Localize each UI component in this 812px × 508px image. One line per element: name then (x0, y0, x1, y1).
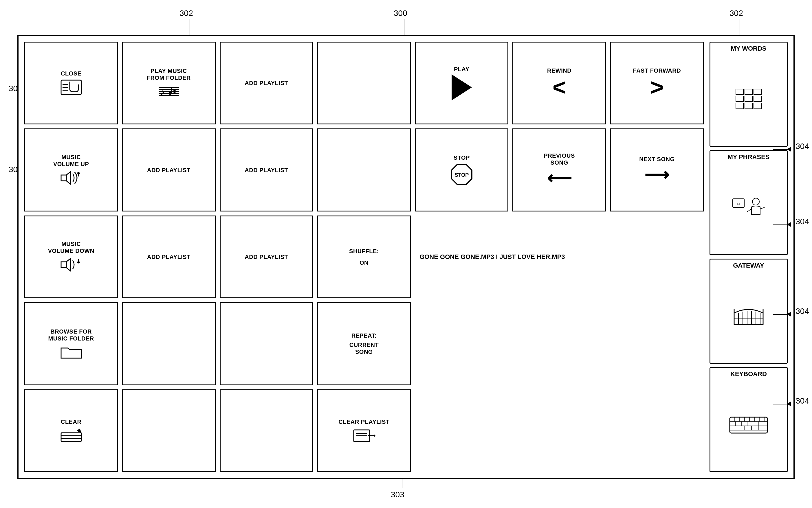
empty-cell-2 (317, 128, 411, 211)
clear-icon (59, 427, 83, 443)
empty-cell-4 (220, 302, 313, 385)
annotation-304-3: 304 (796, 307, 809, 316)
annotation-304-1: 304 (796, 142, 809, 151)
folder-icon (59, 344, 83, 359)
keyboard-icon (713, 380, 784, 469)
close-icon (59, 79, 83, 96)
annotation-304-2: 304 (796, 217, 809, 226)
add-playlist-5-button[interactable]: ADD PLAYLIST (220, 215, 313, 298)
svg-rect-24 (61, 433, 81, 441)
svg-text:□: □ (737, 202, 739, 206)
annotation-304-4: 304 (796, 396, 809, 406)
arrow-304-3-head (787, 312, 791, 316)
arrow-302-right (740, 19, 740, 36)
next-song-button[interactable]: NEXT SONG ⟶ (610, 128, 704, 211)
music-volume-down-button[interactable]: MUSIC VOLUME DOWN (24, 215, 118, 298)
annotation-302-right: 302 (730, 9, 743, 18)
music-volume-up-button[interactable]: MUSIC VOLUME UP (24, 128, 118, 211)
arrow-304-4-head (787, 401, 791, 406)
my-words-icon (713, 54, 784, 143)
empty-cell-3 (122, 302, 215, 385)
clear-playlist-icon (352, 427, 375, 443)
annotation-303: 303 (391, 490, 404, 499)
stop-button[interactable]: STOP STOP (415, 128, 508, 211)
next-song-icon: ⟶ (644, 164, 669, 184)
empty-cell-1 (317, 42, 411, 124)
gateway-icon (713, 271, 784, 361)
shuffle-button[interactable]: SHUFFLE: ON (317, 215, 411, 298)
empty-cell-5 (122, 389, 215, 472)
add-playlist-2-button[interactable]: ADD PLAYLIST (122, 128, 215, 211)
play-icon (452, 74, 472, 100)
clear-button[interactable]: CLEAR (24, 389, 118, 472)
svg-text:STOP: STOP (454, 172, 469, 178)
empty-cell-6 (220, 389, 313, 472)
previous-song-button[interactable]: PREVIOUS SONG ⟵ (513, 128, 606, 211)
playlist-songs: GONE GONE GONE.MP3 I JUST LOVE HER.MP3 (415, 215, 704, 298)
svg-point-35 (753, 198, 759, 205)
arrow-304-1-head (787, 147, 791, 152)
add-playlist-3-button[interactable]: ADD PLAYLIST (220, 128, 313, 211)
repeat-button[interactable]: REPEAT: CURRENT SONG (317, 302, 411, 385)
music-note-icon: ♪ (157, 83, 180, 99)
empty-row5-right (415, 389, 704, 472)
gateway-button[interactable]: GATEWAY (709, 259, 788, 364)
arrow-302-left (190, 19, 190, 36)
my-words-button[interactable]: MY WORDS (709, 42, 788, 147)
annotation-302-left: 302 (179, 9, 193, 18)
volume-up-icon (59, 169, 83, 186)
svg-point-10 (169, 92, 172, 95)
previous-song-icon: ⟵ (547, 168, 572, 188)
close-button[interactable]: CLOSE (24, 42, 118, 124)
keyboard-button[interactable]: KEYBOARD (709, 367, 788, 472)
svg-text:♪: ♪ (160, 86, 165, 98)
arrow-304-2-head (787, 222, 791, 227)
stop-icon: STOP (450, 163, 473, 186)
add-playlist-1-button[interactable]: ADD PLAYLIST (220, 42, 313, 124)
svg-rect-14 (61, 175, 66, 181)
my-phrases-button[interactable]: MY PHRASES □ (709, 150, 788, 255)
play-music-folder-button[interactable]: PLAY MUSIC FROM FOLDER ♪ (122, 42, 215, 124)
fast-forward-button[interactable]: FAST FORWARD > (610, 42, 704, 124)
play-button[interactable]: PLAY (415, 42, 508, 124)
browse-music-button[interactable]: BROWSE FOR MUSIC FOLDER (24, 302, 118, 385)
clear-playlist-button[interactable]: CLEAR PLAYLIST (317, 389, 411, 472)
fast-forward-icon: > (650, 76, 664, 99)
rewind-button[interactable]: REWIND < (513, 42, 606, 124)
add-playlist-4-button[interactable]: ADD PLAYLIST (122, 215, 215, 298)
arrow-300 (404, 19, 404, 36)
rewind-icon: < (553, 76, 566, 99)
svg-rect-20 (61, 262, 66, 267)
svg-point-12 (173, 90, 176, 93)
svg-marker-32 (374, 434, 375, 437)
sidebar: MY WORDS MY PHRASES (709, 42, 788, 472)
volume-down-icon (59, 256, 83, 273)
empty-row4-right (415, 302, 704, 385)
main-grid: CLOSE PLAY MUSIC FROM FOLDER (24, 42, 704, 472)
main-box: CLOSE PLAY MUSIC FROM FOLDER (17, 35, 795, 479)
annotation-300: 300 (394, 9, 407, 18)
my-phrases-icon: □ (713, 163, 784, 252)
